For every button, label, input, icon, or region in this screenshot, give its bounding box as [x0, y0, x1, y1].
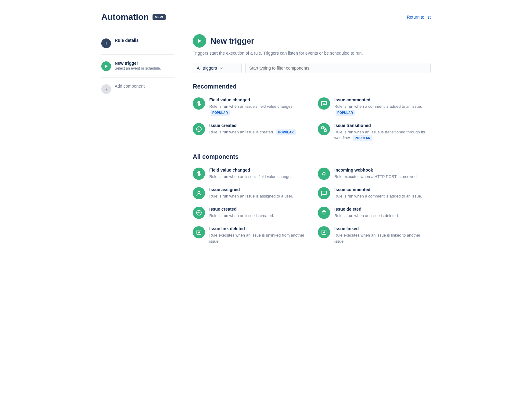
- component-incoming-webhook[interactable]: Incoming webhook Rule executes when a HT…: [318, 168, 431, 180]
- item-name: Issue created: [209, 123, 296, 128]
- recommended-title: Recommended: [193, 83, 431, 90]
- info-icon: [101, 38, 111, 48]
- component-issue-link-deleted[interactable]: Issue link deleted Rule executes when an…: [193, 226, 306, 244]
- recommended-grid: Field value changed Rule is run when an …: [193, 97, 431, 141]
- sidebar-item-rule-details[interactable]: Rule details: [101, 34, 174, 52]
- plus-circle-icon: [193, 123, 205, 135]
- item-name: Issue deleted: [334, 207, 399, 212]
- svg-marker-5: [198, 39, 201, 43]
- component-field-value-changed-rec[interactable]: Field value changed Rule is run when an …: [193, 97, 306, 116]
- filter-row: All triggers: [193, 63, 431, 73]
- link-icon: [193, 226, 205, 238]
- item-name: Field value changed: [209, 97, 306, 102]
- popular-badge: POPULAR: [276, 129, 296, 135]
- item-desc: Rule executes when an issue is unlinked …: [209, 232, 306, 244]
- plus-circle-icon-2: [193, 207, 205, 219]
- play-icon: [101, 61, 111, 71]
- sidebar-add-component-label: Add component: [115, 84, 145, 89]
- trash-icon: [318, 207, 330, 219]
- popular-badge: POPULAR: [353, 135, 372, 141]
- arrows-icon: [193, 97, 205, 110]
- chevron-down-icon: [219, 66, 223, 70]
- filter-input[interactable]: [245, 63, 431, 73]
- item-desc: Rule is run when an issue is created.: [209, 213, 274, 219]
- user-icon: [193, 187, 205, 199]
- sidebar-rule-details-label: Rule details: [115, 38, 139, 43]
- item-desc: Rule is run when an issue is created. PO…: [209, 129, 296, 135]
- webhook-icon: [318, 168, 330, 180]
- sidebar-new-trigger-label: New trigger: [115, 61, 161, 66]
- component-issue-commented-all[interactable]: Issue commented Rule is run when a comme…: [318, 187, 431, 199]
- sidebar-divider-2: [101, 77, 174, 78]
- header-left: Automation NEW: [101, 12, 166, 22]
- popular-badge: POPULAR: [336, 110, 355, 116]
- item-name: Incoming webhook: [334, 168, 418, 172]
- dropdown-label: All triggers: [197, 66, 217, 71]
- all-components-section: All components Fi: [193, 153, 431, 244]
- item-name: Issue assigned: [209, 187, 293, 192]
- trigger-play-icon: [193, 34, 206, 48]
- transition-icon: [318, 123, 330, 135]
- link-icon-2: [318, 226, 330, 238]
- item-desc: Rule is run when an issue's field value …: [209, 103, 306, 116]
- component-issue-created-rec[interactable]: Issue created Rule is run when an issue …: [193, 123, 306, 141]
- page-title: Automation: [101, 12, 149, 22]
- item-name: Issue commented: [334, 97, 431, 102]
- component-issue-created-all[interactable]: Issue created Rule is run when an issue …: [193, 207, 306, 219]
- component-issue-commented-rec[interactable]: Issue commented Rule is run when a comme…: [318, 97, 431, 116]
- content-title: New trigger: [210, 36, 254, 46]
- svg-marker-2: [105, 65, 108, 68]
- item-desc: Rule executes when an issue is linked to…: [334, 232, 431, 244]
- sidebar: Rule details New trigger Select an event…: [101, 34, 187, 256]
- content-header: New trigger: [193, 34, 431, 48]
- item-desc: Rule is run when an issue's field value …: [209, 174, 293, 180]
- content-subtitle: Triggers start the execution of a rule. …: [193, 51, 431, 56]
- new-badge: NEW: [153, 14, 166, 20]
- return-to-list-link[interactable]: Return to list: [407, 15, 431, 20]
- svg-rect-20: [323, 211, 325, 212]
- item-desc: Rule is run when an issue is deleted.: [334, 213, 399, 219]
- sidebar-item-new-trigger[interactable]: New trigger Select an event or schedule.: [101, 57, 174, 75]
- component-issue-deleted[interactable]: Issue deleted Rule is run when an issue …: [318, 207, 431, 219]
- item-desc: Rule is run when a comment is added to a…: [334, 193, 422, 199]
- add-icon: [101, 84, 111, 94]
- svg-point-0: [106, 42, 106, 43]
- svg-rect-1: [106, 43, 106, 45]
- item-desc: Rule is run when an issue is transitione…: [334, 129, 431, 141]
- comment-plus-icon-2: [318, 187, 330, 199]
- all-components-title: All components: [193, 153, 431, 160]
- item-name: Issue link deleted: [209, 226, 306, 231]
- sidebar-new-trigger-subtitle: Select an event or schedule.: [115, 66, 161, 71]
- trigger-filter-dropdown[interactable]: All triggers: [193, 63, 242, 73]
- component-issue-transitioned-rec[interactable]: Issue transitioned Rule is run when an i…: [318, 123, 431, 141]
- svg-rect-4: [105, 89, 108, 89]
- item-desc: Rule is run when an issue is assigned to…: [209, 193, 293, 199]
- content: New trigger Triggers start the execution…: [187, 34, 431, 256]
- svg-point-14: [198, 191, 200, 194]
- comment-plus-icon: [318, 97, 330, 110]
- component-field-value-changed-all[interactable]: Field value changed Rule is run when an …: [193, 168, 306, 180]
- svg-rect-11: [322, 127, 324, 129]
- all-components-grid: Field value changed Rule is run when an …: [193, 168, 431, 244]
- item-name: Issue commented: [334, 187, 422, 192]
- sidebar-divider: [101, 54, 174, 55]
- item-desc: Rule is run when a comment is added to a…: [334, 103, 431, 116]
- item-name: Issue transitioned: [334, 123, 431, 128]
- item-name: Issue linked: [334, 226, 431, 231]
- main-layout: Rule details New trigger Select an event…: [101, 34, 431, 256]
- page-wrapper: Automation NEW Return to list Rule detai…: [83, 0, 449, 269]
- popular-badge: POPULAR: [210, 110, 230, 116]
- sidebar-item-add-component[interactable]: Add component: [101, 80, 174, 98]
- arrows-icon-2: [193, 168, 205, 180]
- component-issue-assigned[interactable]: Issue assigned Rule is run when an issue…: [193, 187, 306, 199]
- item-desc: Rule executes when a HTTP POST is receiv…: [334, 174, 418, 180]
- recommended-section: Recommended Field: [193, 83, 431, 141]
- item-name: Field value changed: [209, 168, 293, 172]
- component-issue-linked[interactable]: Issue linked Rule executes when an issue…: [318, 226, 431, 244]
- item-name: Issue created: [209, 207, 274, 212]
- svg-rect-12: [324, 129, 326, 132]
- header: Automation NEW Return to list: [101, 12, 431, 22]
